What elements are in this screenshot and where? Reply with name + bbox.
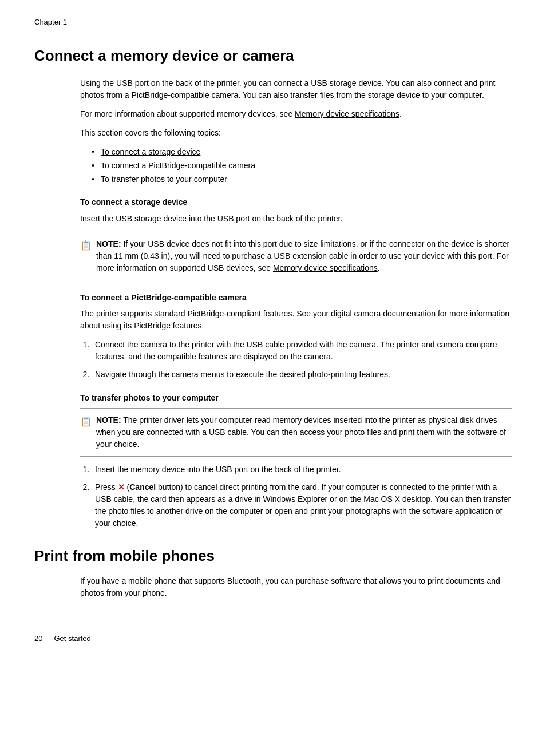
topic-link-1[interactable]: To connect a storage device — [101, 147, 200, 156]
note-content-1: NOTE: If your USB device does not fit in… — [96, 238, 512, 274]
chapter-label: Chapter 1 — [34, 17, 512, 28]
subsection2-body: The printer supports standard PictBridge… — [80, 308, 512, 332]
subsection3-steps: Insert the memory device into the USB po… — [80, 464, 512, 529]
note-box-2: 📋 NOTE: The printer driver lets your com… — [80, 408, 512, 457]
memory-device-specs-link2[interactable]: Memory device specifications — [273, 263, 378, 272]
footer: 20 Get started — [34, 634, 512, 644]
note-label-1: NOTE: — [96, 239, 121, 248]
list-item: To connect a storage device — [92, 146, 512, 157]
memory-device-specs-link1[interactable]: Memory device specifications — [295, 109, 399, 118]
topic-list: To connect a storage device To connect a… — [92, 146, 512, 185]
list-item: To connect a PictBridge-compatible camer… — [92, 160, 512, 171]
section2-body: If you have a mobile phone that supports… — [80, 575, 512, 599]
list-item: Navigate through the camera menus to exe… — [92, 369, 512, 381]
cancel-bold: Cancel — [129, 482, 156, 492]
subsection1-title: To connect a storage device — [80, 196, 512, 208]
subsection2-steps: Connect the camera to the printer with t… — [80, 339, 512, 381]
topic-link-3[interactable]: To transfer photos to your computer — [101, 175, 227, 184]
cancel-icon: ✕ — [118, 482, 125, 492]
subsection1-body: Insert the USB storage device into the U… — [80, 213, 512, 225]
step2-suffix: button) to cancel direct printing from t… — [95, 482, 511, 528]
section1-title: Connect a memory device or camera — [34, 45, 512, 67]
intro2-suffix: . — [399, 109, 402, 118]
list-item: Press ✕ (Cancel button) to cancel direct… — [92, 481, 512, 529]
section2-title: Print from mobile phones — [34, 545, 512, 567]
footer-label: Get started — [54, 634, 90, 644]
note-box-1: 📋 NOTE: If your USB device does not fit … — [80, 232, 512, 280]
note-suffix-1: . — [378, 263, 380, 272]
note-body-2: The printer driver lets your computer re… — [96, 415, 506, 449]
intro2-prefix: For more information about supported mem… — [80, 109, 295, 118]
note-icon-1: 📋 — [80, 239, 92, 252]
note-icon-2: 📋 — [80, 415, 92, 429]
section1-intro2: For more information about supported mem… — [80, 108, 512, 120]
note-content-2: NOTE: The printer driver lets your compu… — [96, 414, 512, 450]
list-item: Connect the camera to the printer with t… — [92, 339, 512, 363]
list-item: Insert the memory device into the USB po… — [92, 464, 512, 476]
section1-intro1: Using the USB port on the back of the pr… — [80, 77, 512, 101]
topic-link-2[interactable]: To connect a PictBridge-compatible camer… — [101, 161, 255, 170]
page-number: 20 — [34, 634, 42, 644]
subsection3-title: To transfer photos to your computer — [80, 392, 512, 403]
list-item: To transfer photos to your computer — [92, 173, 512, 185]
section1-intro3: This section covers the following topics… — [80, 127, 512, 139]
step2-prefix: Press — [95, 482, 118, 492]
subsection2-title: To connect a PictBridge-compatible camer… — [80, 292, 512, 303]
note-label-2: NOTE: — [96, 415, 121, 425]
